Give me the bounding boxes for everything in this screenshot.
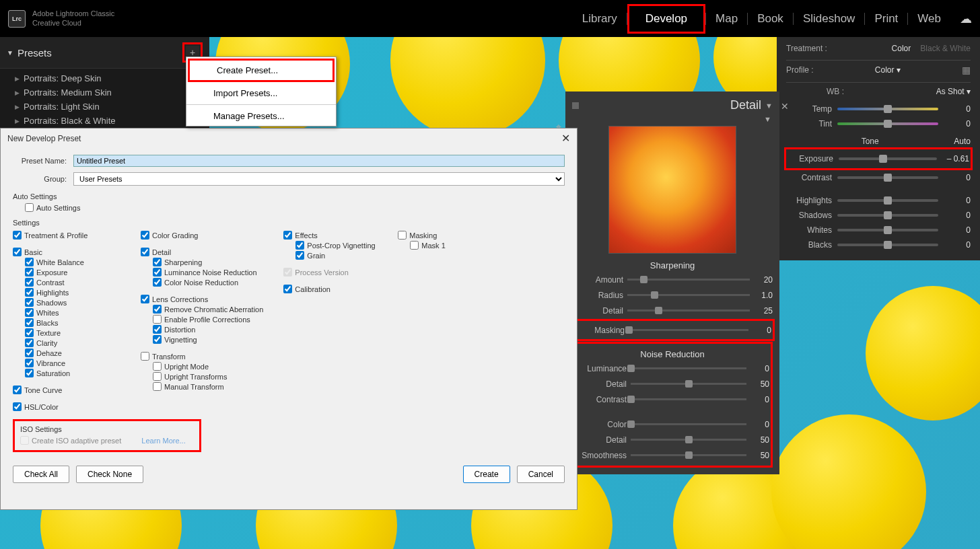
module-nav: Library Develop Map Book Slideshow Print… [573, 4, 972, 34]
preset-name-input[interactable] [73, 155, 565, 167]
treatment-color[interactable]: Color [892, 44, 911, 53]
chk-colornoise[interactable] [153, 278, 162, 287]
treatment-bw[interactable]: Black & White [920, 44, 971, 53]
noise-detail-slider[interactable] [631, 383, 746, 385]
nav-slideshow[interactable]: Slideshow [794, 8, 865, 30]
chk-mantrans[interactable] [153, 382, 162, 391]
settings-header: Settings [13, 219, 565, 227]
chk-whites[interactable] [25, 308, 34, 317]
panel-close-icon[interactable]: ✕ [781, 101, 789, 112]
chk-saturation[interactable] [25, 369, 34, 377]
auto-settings-checkbox[interactable] [25, 203, 34, 212]
cancel-button[interactable]: Cancel [517, 466, 565, 483]
chk-vibrance[interactable] [25, 359, 34, 367]
cloud-sync-icon[interactable]: ☁ [960, 11, 972, 26]
chk-iso-adaptive [20, 436, 29, 445]
chk-detail[interactable] [141, 248, 149, 256]
ctx-manage-presets[interactable]: Manage Presets... [186, 106, 336, 126]
chk-grain[interactable] [295, 251, 304, 260]
basic-panel: Treatment : Color Black & White Profile … [777, 37, 980, 260]
iso-header: ISO Settings [20, 425, 194, 433]
group-label: Group: [13, 175, 67, 183]
presets-collapse-icon[interactable]: ▼ [7, 49, 13, 57]
sharpen-detail-slider[interactable] [627, 309, 750, 312]
detail-preview[interactable] [608, 126, 736, 254]
chk-postcrop[interactable] [295, 241, 304, 250]
chk-upmode[interactable] [153, 362, 162, 371]
chk-wb[interactable] [25, 258, 34, 266]
nav-map[interactable]: Map [706, 8, 747, 30]
chk-calibration[interactable] [283, 285, 292, 293]
profile-dropdown[interactable]: Color ▾ [875, 65, 901, 75]
nav-web[interactable]: Web [908, 8, 950, 30]
preset-item[interactable]: ▶Portraits: Black & White [0, 114, 209, 128]
dialog-close-button[interactable]: ✕ [561, 132, 570, 145]
chk-colorgrading[interactable] [141, 231, 149, 240]
chk-profile-corr[interactable] [153, 315, 162, 324]
chk-dehaze[interactable] [25, 349, 34, 357]
create-button[interactable]: Create [463, 466, 510, 483]
preview-collapse-icon[interactable]: ▼ [572, 115, 771, 123]
profile-browser-icon[interactable]: ▦ [962, 65, 971, 75]
noise-color-slider[interactable] [631, 423, 746, 425]
chk-distortion[interactable] [153, 325, 162, 334]
wb-dropdown[interactable]: As Shot ▾ [936, 87, 971, 96]
shadows-slider[interactable] [837, 214, 938, 217]
chk-lumnoise[interactable] [153, 268, 162, 277]
panel-handle-icon[interactable] [572, 102, 579, 109]
chk-sharpening[interactable] [153, 258, 162, 266]
amount-slider[interactable] [627, 279, 750, 281]
chk-chromab[interactable] [153, 305, 162, 314]
chk-tonecurve[interactable] [13, 386, 22, 394]
noise-contrast-slider[interactable] [631, 398, 746, 400]
chk-lens[interactable] [141, 295, 149, 303]
chk-masking[interactable] [398, 231, 407, 240]
masking-slider[interactable] [629, 329, 748, 331]
blacks-slider[interactable] [837, 244, 938, 246]
chk-basic[interactable] [13, 248, 22, 256]
nav-library[interactable]: Library [573, 8, 627, 30]
group-select[interactable]: User Presets [73, 172, 565, 186]
nav-develop[interactable]: Develop [636, 8, 697, 30]
check-all-button[interactable]: Check All [13, 466, 69, 483]
exposure-slider[interactable] [839, 157, 937, 160]
check-none-button[interactable]: Check None [76, 466, 143, 483]
chk-exposure[interactable] [25, 268, 34, 277]
chk-uptrans[interactable] [153, 372, 162, 381]
nav-print[interactable]: Print [865, 8, 907, 30]
ctx-import-presets[interactable]: Import Presets... [186, 83, 336, 103]
chk-texture[interactable] [25, 328, 34, 337]
detail-collapse-icon[interactable]: ▼ [765, 102, 773, 110]
whites-slider[interactable] [837, 229, 938, 231]
luminance-slider[interactable] [631, 367, 746, 369]
nav-book[interactable]: Book [748, 8, 793, 30]
preset-item[interactable]: ▶Portraits: Medium Skin [0, 85, 209, 100]
auto-settings-header: Auto Settings [13, 192, 565, 200]
chk-highlights[interactable] [25, 288, 34, 297]
tint-slider[interactable] [837, 122, 938, 125]
ctx-create-preset[interactable]: Create Preset... [190, 61, 332, 80]
chk-contrast[interactable] [25, 278, 34, 287]
smoothness-slider[interactable] [631, 454, 746, 456]
chk-transform[interactable] [141, 352, 149, 361]
chk-mask1[interactable] [410, 241, 419, 250]
treatment-label: Treatment : [786, 44, 827, 53]
chk-effects[interactable] [283, 231, 292, 240]
preset-item[interactable]: ▶Portraits: Deep Skin [0, 71, 209, 85]
chk-clarity[interactable] [25, 338, 34, 347]
contrast-slider[interactable] [837, 176, 938, 179]
preset-item[interactable]: ▶Portraits: Light Skin [0, 100, 209, 114]
radius-slider[interactable] [627, 294, 750, 296]
chk-blacks[interactable] [25, 318, 34, 327]
temp-slider[interactable] [837, 108, 938, 110]
auto-tone-button[interactable]: Auto [954, 137, 971, 146]
learn-more-link[interactable]: Learn More... [141, 437, 185, 445]
chk-hsl[interactable] [13, 402, 22, 411]
chk-vignetting[interactable] [153, 335, 162, 344]
chk-treatment[interactable] [13, 231, 22, 240]
preset-context-menu: Create Preset... Import Presets... Manag… [186, 57, 337, 126]
highlights-slider[interactable] [837, 199, 938, 202]
color-detail-slider[interactable] [631, 439, 746, 441]
chk-process [283, 268, 292, 277]
chk-shadows[interactable] [25, 298, 34, 307]
